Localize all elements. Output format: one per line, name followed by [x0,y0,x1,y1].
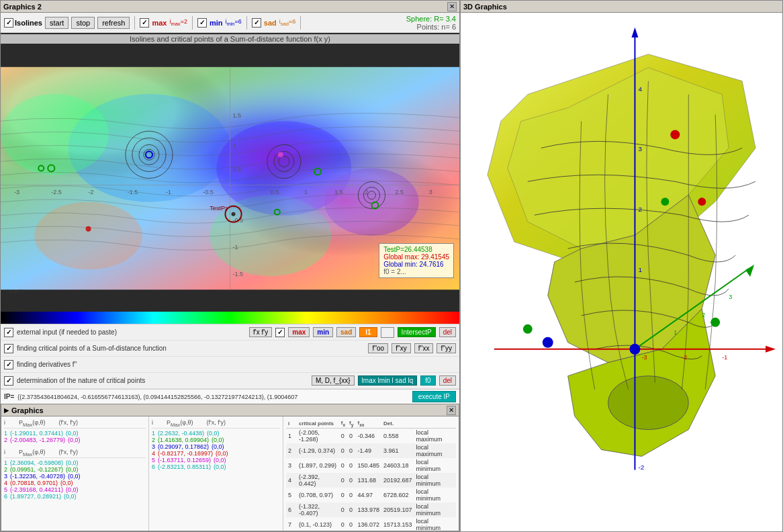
mdfxx-button[interactable]: M, D, f_{xx} [312,375,355,386]
svg-text:TestP2: TestP2 [210,205,228,212]
th-type [414,419,456,428]
derivatives-checkbox[interactable]: ✓ [4,360,13,369]
min-row-6: 6 (1.89727, 0.28921) (0,0) [4,493,146,500]
svg-text:-1.5: -1.5 [128,189,138,195]
svg-text:0.5: 0.5 [233,166,242,173]
cell-fy: 0 [347,488,355,502]
max-row-2: 2 (-2.00483, -1.26779) (0,0) [4,437,146,443]
cell-type: local minimum [414,473,456,488]
table-row: 2 (-1.29, 0.374) 0 0 -1.49 3.961 local m… [286,443,456,458]
start-button[interactable]: start [45,17,68,29]
fxy-button[interactable]: f''xy [392,343,411,353]
close-button[interactable]: ✕ [447,2,457,11]
isolines-checkbox-item: ✓ Isolines [4,18,42,28]
cell-fy: 0 [347,502,355,517]
mid-row-2: 2 (1.41638, 0.69904) (0,0) [152,437,280,443]
min-button[interactable]: min [313,327,333,337]
graphics-panel: ▶ Graphics ✕ i PMax(φ,θ) (f'x, f'y) [1,404,459,531]
nature-checkbox[interactable]: ✓ [4,376,13,386]
svg-point-82 [710,318,720,327]
3d-graph-svg[interactable]: 4 3 2 1 -2 -1 -2 -3 1 2 3 [461,13,782,531]
svg-text:-3: -3 [641,354,647,361]
cell-i: 7 [286,517,297,531]
svg-text:0.5: 0.5 [271,189,279,195]
cell-type: local minimum [414,458,456,473]
external-checkbox[interactable]: ✓ [4,328,13,337]
cell-det: 15713.153 [381,517,414,531]
th-i: i [286,419,297,428]
th-fxx: fxx [355,419,381,428]
cell-pt: (1.897, 0.299) [297,458,339,473]
svg-text:3: 3 [729,294,732,300]
fyy-button[interactable]: f''yy [436,343,456,353]
svg-text:1: 1 [638,266,642,273]
critical-label: finding critical points of a Sum-of-dist… [17,345,365,352]
table-row: 1 (-2.005, -1.268) 0 0 -0.346 0.558 loca… [286,428,456,443]
f0-button[interactable]: f0 [420,375,435,386]
cell-det: 3.961 [381,443,414,458]
refresh-button[interactable]: refresh [97,17,130,29]
cell-type: local minimum [414,488,456,502]
lmax-button[interactable]: lmax lmin l sad lq [358,375,418,386]
3d-graph[interactable]: 4 3 2 1 -2 -1 -2 -3 1 2 3 [461,13,782,531]
sphere-label: Sphere: R= 3.4 [406,15,456,23]
cell-fxx: 136.072 [355,517,381,531]
graphics-panel-title: ▶ Graphics [4,406,44,414]
fxfy-button[interactable]: f'x f'y [249,327,272,337]
svg-text:-1: -1 [722,354,727,361]
row1-checkbox[interactable]: ✓ [275,328,285,337]
svg-text:1: 1 [233,142,236,149]
sad-button[interactable]: sad [336,327,356,337]
cell-pt: (-2.005, -1.268) [297,428,339,443]
foo-button[interactable]: f''oo [368,343,388,353]
svg-point-79 [629,344,640,355]
max-button[interactable]: max [288,327,310,337]
cell-i: 6 [286,502,297,517]
critical-checkbox[interactable]: ✓ [4,344,13,353]
max-checkbox[interactable]: ✓ [140,18,149,28]
del-button-1[interactable]: del [439,327,456,337]
graph-area[interactable]: Isolines and critical points of a Sum-of… [1,33,459,312]
svg-text:3: 3 [638,145,642,152]
panel-arrow: ▶ [4,407,9,414]
right-panel-title: 3D Graphics [463,3,507,11]
del-button-2[interactable]: del [439,375,456,386]
cell-fy: 0 [347,443,355,458]
left-panel-title: Graphics 2 [3,3,42,11]
svg-text:2: 2 [365,189,368,195]
cell-fy: 0 [347,458,355,473]
max-r2-pt: (-2.00483, -1.26779) [10,437,65,443]
graphics-close-button[interactable]: ✕ [447,406,456,415]
right-panel: 3D Graphics [460,0,783,532]
cell-pt: (0.1, -0.123) [297,517,339,531]
cell-fx: 0 [339,517,347,531]
max-row-1: 1 (-1.29011, 0.37441) (0,0) [4,430,146,437]
sad-checkbox[interactable]: ✓ [252,18,261,28]
right-title-bar: 3D Graphics [461,1,782,13]
bottom-controls: ✓ external input (if needed to paste) f'… [1,324,459,404]
isolines-checkbox[interactable]: ✓ [4,18,13,28]
min-checkbox[interactable]: ✓ [197,18,207,28]
f0-value: f0 = 2... [383,268,449,275]
svg-point-81 [523,324,533,334]
svg-point-44 [232,212,236,216]
cell-pt: (0.708, 0.97) [297,488,339,502]
cell-type: local minimum [414,502,456,517]
ip-label: IP= [4,393,14,400]
points-label: Points: n= 6 [417,23,456,31]
min-header-fxy: (f'x, f'y) [59,449,78,457]
global-min-value: Global min: 24.7616 [383,261,449,268]
graphics-content: i PMax(φ,θ) (f'x, f'y) 1 (-1.29011, 0.37… [1,416,459,531]
min-row-5: 5 (-2.39168, 0.44211) (0,0) [4,486,146,493]
cell-fxx: 44.97 [355,488,381,502]
mid-h-fxy: (f'x, f'y) [207,419,226,428]
th-det: Det. [381,419,414,428]
max-header-i: i [4,419,5,428]
execute-ip-button[interactable]: execute IP [412,391,456,402]
l1-button[interactable]: l1 [359,327,377,337]
imax-label: imax=2 [169,18,187,27]
fxx-button[interactable]: f''xx [414,343,434,353]
stop-button[interactable]: stop [71,17,95,29]
cell-fx: 0 [339,443,347,458]
intersectp-button[interactable]: IntersectP [398,327,436,337]
